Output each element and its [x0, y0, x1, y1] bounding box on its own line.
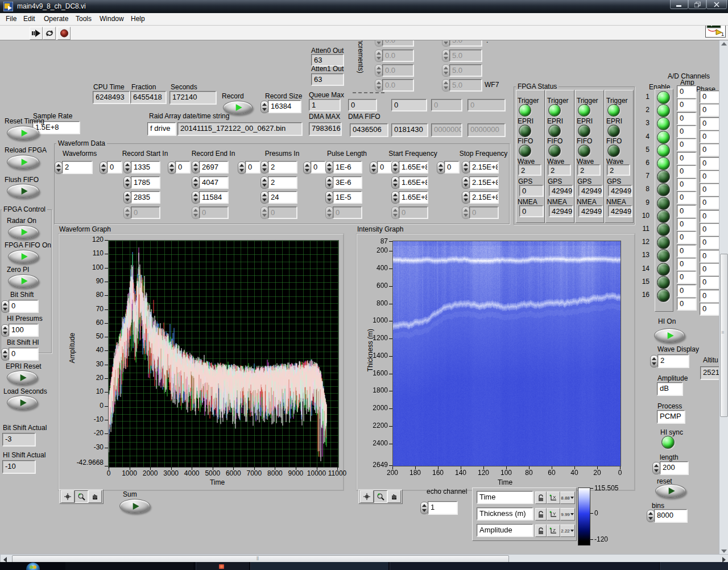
- reset-timing-button[interactable]: [7, 126, 39, 140]
- reset-button[interactable]: [655, 484, 686, 498]
- hi-presums-spinner[interactable]: [1, 324, 9, 337]
- wfd-index-spinner[interactable]: [437, 162, 445, 174]
- amp-input[interactable]: 0: [677, 218, 696, 230]
- wfd-value-input[interactable]: 1.65E+8: [399, 191, 428, 203]
- axis-format-button[interactable]: 2.22: [560, 524, 575, 537]
- amp-input[interactable]: 0: [677, 125, 696, 138]
- amp-input[interactable]: 0: [677, 258, 696, 270]
- phase-input[interactable]: 0: [700, 143, 720, 156]
- waveforms-spinner[interactable]: [55, 162, 63, 174]
- fpga-fifo-on-button[interactable]: [8, 250, 39, 263]
- wfd-index-spinner[interactable]: [238, 162, 246, 174]
- phase-input[interactable]: 0: [700, 210, 720, 222]
- taskbar-segment[interactable]: [65, 562, 193, 570]
- wfd-value-spinner[interactable]: [123, 191, 131, 204]
- axis-autoscale-icon[interactable]: X: [547, 491, 560, 504]
- wfd-value-input[interactable]: 4047: [199, 176, 228, 188]
- waveforms-input[interactable]: 2: [62, 161, 92, 174]
- wfd-value-input[interactable]: 2: [268, 161, 297, 173]
- restore-button[interactable]: [688, 0, 706, 9]
- wave-display-spinner[interactable]: [650, 355, 658, 367]
- wfd-index-spinner[interactable]: [100, 162, 107, 174]
- wfd-value-input[interactable]: 1E-6: [333, 161, 362, 173]
- wfd-value-spinner[interactable]: [391, 161, 399, 174]
- wfd-index-spinner[interactable]: [168, 162, 176, 174]
- amplitude-input[interactable]: dB: [657, 382, 682, 395]
- phase-input[interactable]: 0: [700, 117, 720, 130]
- amp-input[interactable]: 0: [677, 245, 696, 257]
- taskbar-segment[interactable]: [250, 562, 388, 570]
- amp-input[interactable]: 0: [677, 138, 696, 151]
- phase-input[interactable]: 0: [700, 303, 720, 315]
- length-input[interactable]: 200: [660, 461, 688, 474]
- bit-shift-hi-input[interactable]: 0: [9, 348, 38, 360]
- menu-edit[interactable]: Edit: [23, 15, 35, 23]
- phase-input[interactable]: 0: [700, 90, 720, 103]
- wfd-value-spinner[interactable]: [192, 191, 200, 204]
- radar-on-button[interactable]: [8, 225, 39, 239]
- axis-autoscale-icon[interactable]: Y: [547, 508, 560, 521]
- taskbar-segment[interactable]: [660, 562, 728, 570]
- axis-name-input[interactable]: Amplitude: [477, 524, 533, 536]
- wfd-value-input[interactable]: 1.65E+8: [399, 176, 428, 188]
- scroll-down-arrow[interactable]: [721, 550, 727, 553]
- wfd-value-input[interactable]: 3E-6: [333, 176, 362, 188]
- wfd-index-spinner[interactable]: [370, 162, 378, 174]
- wfd-value-input[interactable]: 2: [268, 176, 297, 188]
- wfd-value-spinner[interactable]: [462, 176, 470, 189]
- wfd-value-spinner[interactable]: [123, 161, 131, 174]
- record-size-spinner[interactable]: [260, 101, 268, 113]
- wfd-value-spinner[interactable]: [260, 161, 268, 174]
- axis-lock-icon[interactable]: [535, 508, 547, 521]
- menu-help[interactable]: Help: [131, 15, 145, 23]
- wfd-value-spinner[interactable]: [325, 176, 333, 189]
- zoom-tool-icon[interactable]: [75, 490, 88, 503]
- crosshair-tool-icon[interactable]: [360, 490, 374, 503]
- echo-channel-input[interactable]: 1: [428, 501, 457, 514]
- menu-operate[interactable]: Operate: [44, 15, 68, 23]
- taskbar-segment[interactable]: [390, 562, 659, 570]
- wfd-value-input[interactable]: 1E-5: [333, 191, 362, 203]
- phase-input[interactable]: 0: [700, 196, 720, 209]
- wfd-value-spinner[interactable]: [192, 161, 200, 174]
- echo-channel-spinner[interactable]: [420, 502, 428, 514]
- bit-shift-spinner[interactable]: [1, 300, 9, 313]
- axis-name-input[interactable]: Thickness (m): [477, 507, 533, 520]
- phase-input[interactable]: 0: [700, 223, 720, 236]
- axis-name-input[interactable]: Time: [477, 491, 533, 503]
- menu-tools[interactable]: Tools: [76, 15, 92, 23]
- pan-tool-icon[interactable]: [88, 490, 102, 503]
- intensity-plot[interactable]: [392, 241, 621, 466]
- run-continuously-button[interactable]: [43, 27, 56, 40]
- axis-autoscale-icon[interactable]: Z: [547, 524, 560, 537]
- phase-input[interactable]: 0: [700, 170, 720, 183]
- wfd-value-input[interactable]: 1.65E+8: [399, 161, 428, 173]
- wfd-index-input[interactable]: 0: [245, 161, 260, 173]
- wfd-value-input[interactable]: 1335: [131, 161, 160, 173]
- bins-input[interactable]: 8000: [654, 509, 687, 522]
- wfd-index-input[interactable]: 0: [444, 161, 459, 173]
- phase-input[interactable]: 0: [700, 104, 720, 116]
- amp-input[interactable]: 0: [677, 231, 696, 243]
- minimize-button[interactable]: [670, 0, 688, 9]
- windows-taskbar[interactable]: [0, 562, 728, 570]
- phase-input[interactable]: 0: [700, 130, 720, 143]
- vertical-scroll-thumb[interactable]: [720, 254, 728, 417]
- phase-input[interactable]: 0: [700, 236, 720, 249]
- zoom-tool-icon[interactable]: [374, 490, 387, 503]
- wfd-value-spinner[interactable]: [192, 176, 200, 189]
- load-seconds-button[interactable]: [7, 395, 38, 410]
- bins-spinner[interactable]: [647, 510, 655, 522]
- reload-fpga-button[interactable]: [7, 155, 39, 169]
- wfd-value-spinner[interactable]: [260, 191, 268, 204]
- wfd-index-input[interactable]: 0: [311, 161, 325, 173]
- phase-input[interactable]: 0: [700, 263, 720, 275]
- amp-input[interactable]: 0: [677, 152, 696, 164]
- raid-drive-input[interactable]: f drive: [147, 122, 176, 135]
- wave-display-input[interactable]: 2: [657, 354, 689, 367]
- wfd-value-input[interactable]: 2.15E+8: [469, 176, 498, 188]
- amp-input[interactable]: 0: [677, 85, 696, 98]
- process-input[interactable]: PCMP: [657, 410, 685, 423]
- wfd-value-spinner[interactable]: [391, 176, 399, 189]
- run-button[interactable]: [30, 27, 43, 40]
